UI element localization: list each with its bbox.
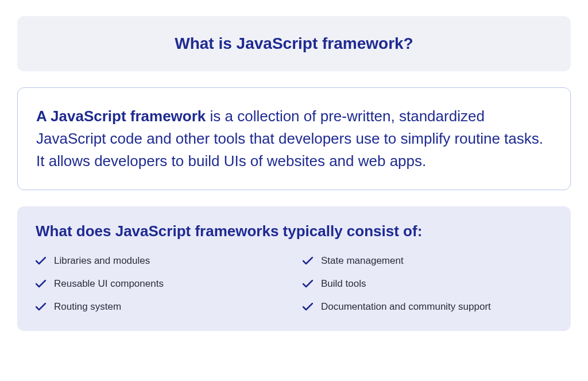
check-icon — [303, 280, 313, 288]
component-label: State management — [321, 255, 404, 267]
definition-section: A JavaScript framework is a collection o… — [17, 87, 571, 190]
check-icon — [36, 280, 46, 288]
definition-term: A JavaScript framework — [36, 107, 206, 125]
check-icon — [303, 303, 313, 311]
components-grid: Libraries and modules State management R… — [36, 255, 552, 313]
list-item: State management — [303, 255, 552, 267]
list-item: Build tools — [303, 278, 552, 290]
components-title: What does JavaScript frameworks typicall… — [36, 222, 552, 240]
definition-paragraph: A JavaScript framework is a collection o… — [36, 105, 552, 172]
page-title: What is JavaScript framework? — [29, 34, 559, 53]
component-label: Libraries and modules — [54, 255, 150, 267]
list-item: Libraries and modules — [36, 255, 285, 267]
list-item: Routing system — [36, 301, 285, 313]
component-label: Routing system — [54, 301, 121, 313]
component-label: Reusable UI components — [54, 278, 164, 290]
check-icon — [36, 257, 46, 265]
header-section: What is JavaScript framework? — [17, 16, 571, 71]
component-label: Build tools — [321, 278, 366, 290]
check-icon — [36, 303, 46, 311]
components-section: What does JavaScript frameworks typicall… — [17, 206, 571, 331]
list-item: Documentation and community support — [303, 301, 552, 313]
list-item: Reusable UI components — [36, 278, 285, 290]
check-icon — [303, 257, 313, 265]
component-label: Documentation and community support — [321, 301, 491, 313]
